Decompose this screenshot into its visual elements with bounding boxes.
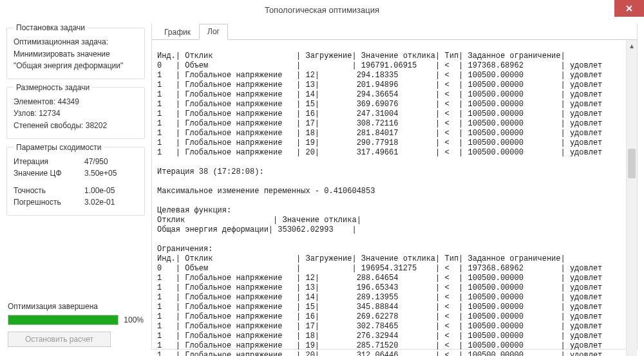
tol-label: Точность xyxy=(14,185,84,197)
window-title: Топологическая оптимизация xyxy=(265,5,379,15)
elements-value: 44349 xyxy=(58,97,79,106)
stop-button: Остановить расчет xyxy=(8,332,111,347)
scroll-up-arrow-icon[interactable]: ▴ xyxy=(627,40,637,51)
sidebar: Постановка задачи Оптимизационная задача… xyxy=(6,23,145,350)
elements-label: Элементов: xyxy=(14,97,55,106)
conv-group: Параметры сходимости Итерация47/950 Знач… xyxy=(6,143,145,216)
task-legend: Постановка задачи xyxy=(14,23,88,32)
log-output: Инд.| Отклик | Загружение| Значение откл… xyxy=(152,48,626,356)
tab-chart[interactable]: График xyxy=(156,24,199,40)
size-legend: Размерность задачи xyxy=(14,83,92,92)
iter-value: 47/950 xyxy=(84,156,108,168)
conv-legend: Параметры сходимости xyxy=(14,143,104,152)
nodes-value: 12734 xyxy=(39,109,60,118)
scroll-track[interactable] xyxy=(627,51,637,356)
of-label: Значение ЦФ xyxy=(14,167,84,180)
err-label: Погрешность xyxy=(14,196,84,209)
close-button[interactable] xyxy=(614,0,644,17)
vertical-scrollbar[interactable]: ▴ ▾ xyxy=(626,40,637,356)
task-group: Постановка задачи Оптимизационная задача… xyxy=(6,23,145,79)
titlebar: Топологическая оптимизация xyxy=(0,0,644,19)
status-label: Оптимизация завершена xyxy=(8,302,144,311)
close-icon xyxy=(626,5,632,12)
tab-log[interactable]: Лог xyxy=(199,24,228,40)
main-panel: График Лог Инд.| Отклик | Загружение| Зн… xyxy=(151,23,638,350)
dof-value: 38202 xyxy=(86,121,107,130)
tol-value: 1.00e-05 xyxy=(84,185,115,197)
nodes-label: Узлов: xyxy=(14,109,37,118)
task-line-3: "Общая энергия деформации" xyxy=(14,60,138,72)
status-area: Оптимизация завершена 100% Остановить ра… xyxy=(6,301,145,350)
size-group: Размерность задачи Элементов: 44349 Узло… xyxy=(6,83,145,139)
of-value: 3.50e+05 xyxy=(84,167,117,180)
progress-pct: 100% xyxy=(124,315,144,324)
scroll-thumb[interactable] xyxy=(628,149,636,178)
dof-label: Степеней свободы: xyxy=(14,121,83,130)
err-value: 3.02e-01 xyxy=(84,196,115,209)
iter-label: Итерация xyxy=(14,156,84,168)
progress-fill xyxy=(8,315,118,324)
tabstrip: График Лог xyxy=(152,23,637,40)
task-line-2: Минимизировать значение xyxy=(14,48,138,61)
progress-bar xyxy=(8,315,118,325)
task-line-1: Оптимизационная задача: xyxy=(14,36,138,48)
